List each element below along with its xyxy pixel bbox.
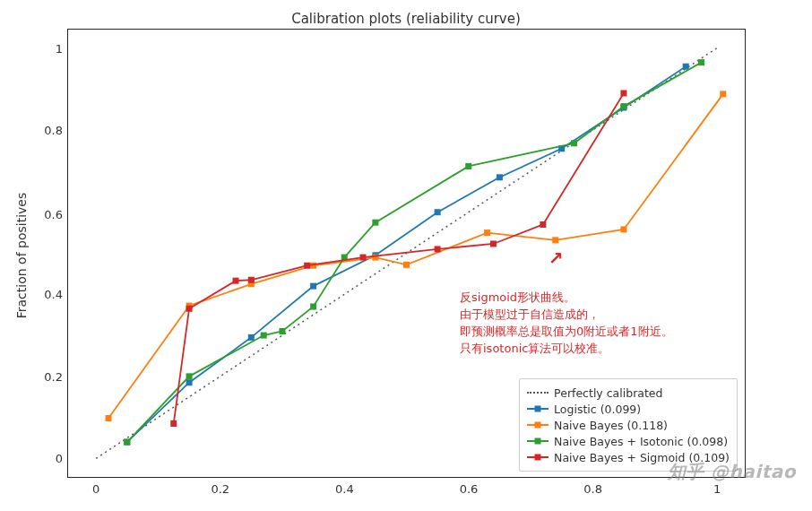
chart-title: Calibration plots (reliability curve) (0, 11, 812, 27)
svg-rect-18 (620, 226, 626, 232)
svg-rect-39 (540, 221, 546, 228)
svg-rect-32 (186, 306, 193, 312)
annotation-text: 反sigmoid形状曲线。 由于模型过于自信造成的， 即预测概率总是取值为0附近… (460, 290, 729, 357)
ytick-0: 0 (56, 452, 63, 465)
svg-rect-9 (683, 64, 689, 70)
svg-rect-31 (170, 420, 177, 427)
svg-rect-6 (497, 174, 503, 180)
svg-rect-24 (310, 304, 316, 310)
svg-rect-38 (490, 240, 497, 247)
ytick-1: 0.2 (44, 369, 63, 383)
legend-label-isotonic: Naive Bayes + Isotonic (0.098) (554, 435, 728, 448)
svg-rect-28 (571, 140, 577, 146)
svg-rect-20 (124, 439, 130, 446)
svg-rect-10 (106, 415, 112, 421)
legend-item-perfect: Perfectly calibrated (527, 385, 730, 401)
svg-rect-27 (465, 163, 471, 169)
svg-rect-22 (261, 333, 267, 339)
anno-line-3: 即预测概率总是取值为0附近或者1附近。 (460, 324, 729, 341)
watermark: 知乎 @haitao (668, 460, 796, 484)
legend-item-logistic: Logistic (0.099) (527, 401, 730, 417)
legend: Perfectly calibrated Logistic (0.099) Na… (519, 378, 738, 472)
xtick-5: 1 (713, 482, 721, 496)
ytick-3: 0.6 (44, 207, 63, 221)
xtick-1: 0.2 (211, 482, 229, 496)
svg-rect-37 (435, 246, 441, 252)
ytick-2: 0.4 (44, 288, 63, 301)
svg-rect-5 (435, 209, 441, 215)
legend-label-perfect: Perfectly calibrated (554, 386, 662, 400)
svg-rect-33 (233, 278, 239, 284)
svg-rect-40 (620, 90, 626, 96)
xtick-2: 0.4 (335, 482, 354, 496)
legend-swatch-perfect (527, 392, 549, 394)
svg-rect-2 (248, 334, 255, 341)
ytick-5: 1 (56, 41, 63, 55)
svg-rect-21 (186, 373, 193, 379)
legend-item-nb: Naive Bayes (0.118) (527, 417, 730, 433)
svg-rect-36 (360, 255, 367, 261)
svg-rect-19 (720, 91, 726, 97)
svg-rect-30 (698, 59, 704, 65)
svg-rect-26 (372, 220, 378, 226)
xtick-4: 0.8 (583, 482, 602, 496)
svg-rect-35 (304, 263, 310, 269)
svg-rect-17 (552, 237, 558, 243)
xtick-0: 0 (92, 482, 99, 496)
legend-swatch-logistic (527, 408, 549, 410)
legend-label-logistic: Logistic (0.099) (554, 403, 641, 416)
anno-line-2: 由于模型过于自信造成的， (460, 307, 729, 324)
ytick-4: 0.8 (44, 124, 63, 137)
svg-rect-3 (310, 283, 316, 290)
legend-swatch-nb (527, 424, 549, 426)
svg-rect-34 (248, 277, 255, 283)
annotation-arrow: ↗ (549, 247, 564, 269)
legend-item-isotonic: Naive Bayes + Isotonic (0.098) (527, 433, 730, 449)
plot-area: 0 0.2 0.4 0.6 0.8 1 0 0.2 0.4 0.6 0.8 1 … (67, 29, 746, 478)
legend-swatch-sigmoid (527, 456, 549, 458)
svg-rect-16 (484, 230, 490, 236)
legend-swatch-isotonic (527, 440, 549, 442)
svg-rect-23 (279, 328, 285, 334)
svg-rect-29 (620, 103, 626, 109)
svg-rect-1 (186, 379, 193, 385)
anno-line-1: 反sigmoid形状曲线。 (460, 290, 729, 307)
xtick-3: 0.6 (460, 482, 479, 496)
anno-line-4: 只有isotonic算法可以校准。 (460, 341, 729, 358)
legend-label-nb: Naive Bayes (0.118) (554, 419, 668, 432)
y-axis-label: Fraction of positives (14, 193, 29, 319)
svg-rect-15 (403, 262, 410, 268)
